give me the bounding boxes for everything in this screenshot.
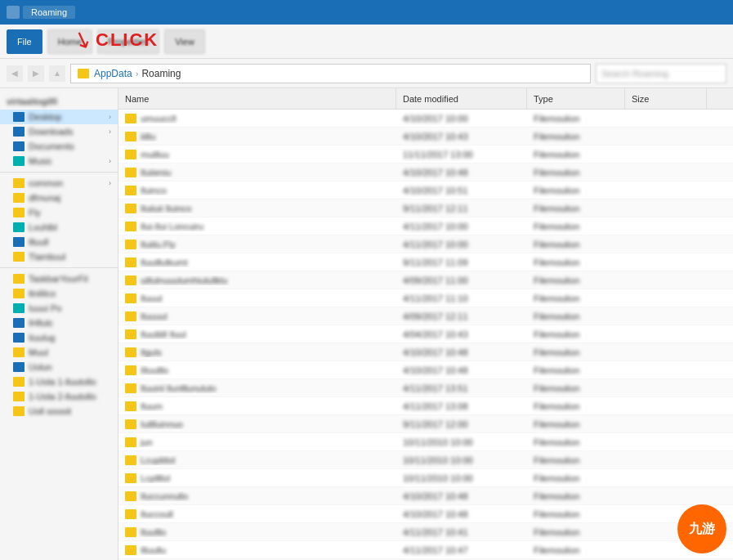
sidebar-item-2[interactable]: Documents	[0, 139, 118, 154]
sidebar-icon-18	[13, 392, 25, 401]
sidebar-label-2: Documents	[29, 141, 74, 151]
file-type: Filemoulion	[527, 437, 625, 447]
sidebar-item-18[interactable]: 1-Uola 2-lluutollo	[0, 389, 118, 404]
file-name: Iluuuul	[141, 311, 167, 321]
sidebar-item-7[interactable]: Lvuhlbl	[0, 220, 118, 235]
file-type: Filemoulion	[527, 240, 625, 249]
file-date: 4/10/2017 10:48	[396, 347, 527, 357]
sidebar-label-17: 1-Uola 1-lluutollo	[29, 377, 96, 387]
sidebar-item-13[interactable]: IHllulc	[0, 316, 118, 330]
file-type: Filemoulion	[527, 455, 625, 465]
sidebar-label-4: common	[29, 178, 63, 188]
file-row[interactable]: Iluiiuii Iluinco 9/11/2017 12:11 Filemou…	[118, 199, 733, 217]
toolbar-btn-home[interactable]: Home	[47, 29, 92, 54]
up-button[interactable]: ▲	[49, 65, 65, 82]
sidebar-icon-0	[13, 112, 25, 122]
sidebar-item-6[interactable]: Fly	[0, 205, 118, 220]
sidebar-label-19: Uoll ooooit	[29, 406, 71, 416]
file-name: Illuullu	[141, 545, 166, 555]
sidebar-item-8[interactable]: llluull	[0, 235, 118, 249]
toolbar-btn-file[interactable]: File	[7, 29, 42, 54]
sidebar-icon-15	[13, 347, 25, 357]
file-row[interactable]: uillulnuuulumhiulullklu 4/09/2017 11:00 …	[118, 271, 733, 289]
content-area: Name Date modified Type Size umuuccll 4/…	[118, 88, 733, 560]
file-name: Iluuinl Ilunlllunululo	[141, 383, 216, 393]
toolbar-btn-share[interactable]: Properties	[97, 29, 159, 54]
file-row[interactable]: muilluu 11/11/2017 13:00 Filemoulion	[118, 146, 733, 164]
file-row[interactable]: Ilguls 4/10/2017 10:48 Filemoulion	[118, 343, 733, 361]
file-type: Filemoulion	[527, 545, 625, 555]
file-row[interactable]: Lcupliilol 10/11/2010 10:00 Filemoulion	[118, 451, 733, 469]
file-row[interactable]: Iluuillulkumt 9/11/2017 11:09 Filemoulio…	[118, 253, 733, 271]
sidebar-item-0[interactable]: Desktop ›	[0, 110, 118, 124]
sidebar-item-14[interactable]: Iiuulug	[0, 330, 118, 345]
sidebar-icon-9	[13, 252, 25, 262]
sidebar-item-11[interactable]: tlnililco	[0, 286, 118, 301]
file-row[interactable]: IIluulllo 4/10/2017 10:48 Filemoulion	[118, 361, 733, 379]
sidebar-item-16[interactable]: Uolun	[0, 360, 118, 374]
sidebar-label-0: Desktop	[29, 112, 61, 122]
file-row[interactable]: Ilui-Ilui Loncuiru 4/11/2017 10:00 Filem…	[118, 217, 733, 235]
file-row[interactable]: umuuccll 4/10/2017 10:00 Filemoulion	[118, 110, 733, 128]
file-list: umuuccll 4/10/2017 10:00 Filemoulion iii…	[118, 110, 733, 560]
file-row[interactable]: iiillu 4/10/2017 10:43 Filemoulion	[118, 128, 733, 146]
sidebar-item-4[interactable]: common ›	[0, 176, 118, 190]
sidebar-item-1[interactable]: Downloads ›	[0, 124, 118, 139]
back-button[interactable]: ◀	[7, 65, 23, 82]
sidebar-icon-19	[13, 406, 25, 416]
file-row[interactable]: Iluinco 4/10/2017 10:51 Filemoulion	[118, 181, 733, 199]
sidebar-item-10[interactable]: TaskbarYourFil	[0, 271, 118, 286]
file-row[interactable]: Iuillluinnuo 9/11/2017 12:00 Filemoulion	[118, 415, 733, 433]
search-box[interactable]: Search Roaming	[596, 64, 726, 83]
file-row[interactable]: jun 10/11/2010 10:00 Filemoulion	[118, 433, 733, 451]
file-row[interactable]: Illuullu 4/11/2017 10:47 Filemoulion	[118, 541, 733, 559]
sidebar-icon-5	[13, 193, 25, 203]
sidebar-label-5: dfmunaj	[29, 193, 60, 203]
sidebar-item-3[interactable]: Music ›	[0, 154, 118, 168]
col-header-size[interactable]: Size	[625, 88, 707, 109]
file-type: Filemoulion	[527, 186, 625, 195]
file-name: jun	[141, 437, 153, 447]
sidebar-item-9[interactable]: Tlambuul	[0, 249, 118, 264]
file-name: Iluinco	[141, 186, 167, 195]
address-path[interactable]: AppData › Roaming	[70, 64, 591, 83]
file-row[interactable]: Iluum 4/11/2017 13:08 Filemoulion	[118, 397, 733, 415]
file-row[interactable]: Lcpllllol 10/11/2010 10:00 Filemoulion	[118, 469, 733, 487]
sidebar-label-12: Iuuui Po	[29, 303, 61, 313]
sidebar-item-5[interactable]: dfmunaj	[0, 190, 118, 205]
sidebar: virtaaitogilfi Desktop › Downloads › Doc…	[0, 88, 118, 560]
path-segment-roaming: Roaming	[141, 68, 181, 79]
file-row[interactable]: Iluccunnullo 4/10/2017 10:48 Filemoulion	[118, 487, 733, 505]
file-row[interactable]: Iluccoull 4/10/2017 10:48 Filemoulion	[118, 505, 733, 523]
file-name: iiillu	[141, 132, 155, 141]
file-folder-icon	[125, 401, 136, 411]
forward-button[interactable]: ▶	[28, 65, 44, 82]
col-header-date[interactable]: Date modified	[396, 88, 527, 109]
toolbar-btn-view[interactable]: View	[164, 29, 205, 54]
file-row[interactable]: Iluuul 4/11/2017 11:10 Filemoulion	[118, 289, 733, 307]
file-date: 4/10/2017 10:48	[396, 509, 527, 519]
file-name: Ilui-Ilui Loncuiru	[141, 222, 203, 231]
file-name: Iluccoull	[141, 509, 173, 519]
file-row[interactable]: Iluulllo 4/11/2017 10:41 Filemoulion	[118, 523, 733, 541]
sidebar-item-17[interactable]: 1-Uola 1-lluutollo	[0, 374, 118, 389]
column-headers: Name Date modified Type Size	[118, 88, 733, 110]
watermark-circle: 九游	[677, 504, 726, 553]
col-header-type[interactable]: Type	[527, 88, 625, 109]
file-row[interactable]: Iluuliiill Iluul 4/04/2017 10:43 Filemou…	[118, 325, 733, 343]
file-row[interactable]: Iluiieniu 4/10/2017 10:48 Filemoulion	[118, 164, 733, 181]
sidebar-item-12[interactable]: Iuuui Po	[0, 301, 118, 316]
file-row[interactable]: Iluuinl Ilunlllunululo 4/11/2017 13:51 F…	[118, 379, 733, 397]
file-name: Iluiiuii Iluinco	[141, 204, 191, 213]
sidebar-item-15[interactable]: Muul	[0, 345, 118, 360]
sidebar-label-16: Uolun	[29, 362, 52, 372]
col-header-name[interactable]: Name	[118, 88, 396, 109]
file-date: 4/09/2017 11:00	[396, 276, 527, 285]
file-row[interactable]: Iluiilu.Fly 4/11/2017 10:00 Filemoulion	[118, 235, 733, 253]
watermark: 九游	[661, 504, 726, 553]
file-row[interactable]: Iluuuul 4/09/2017 12:11 Filemoulion	[118, 307, 733, 325]
file-date: 4/11/2017 13:51	[396, 383, 527, 393]
sidebar-item-19[interactable]: Uoll ooooit	[0, 404, 118, 419]
sidebar-label-8: llluull	[29, 237, 48, 247]
file-date: 4/11/2017 10:47	[396, 545, 527, 555]
